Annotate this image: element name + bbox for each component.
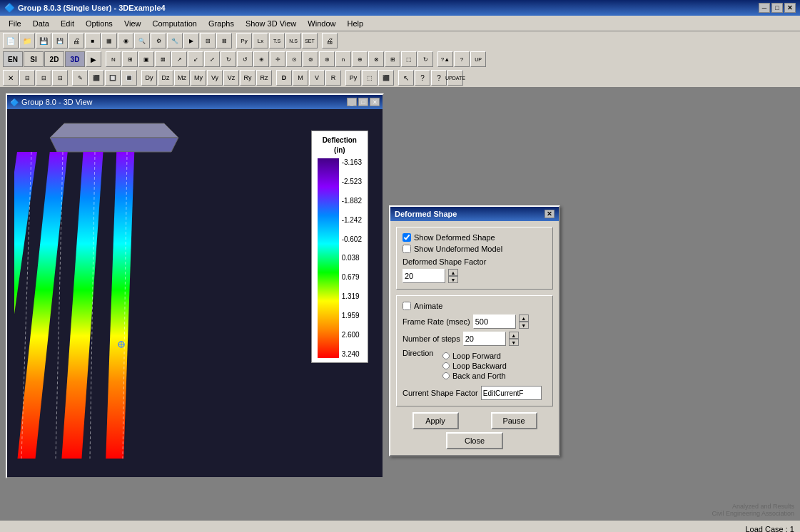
tb-btn7[interactable]: ◉ — [118, 33, 133, 48]
tb-d[interactable]: D — [276, 70, 292, 86]
tb-r15[interactable]: n — [335, 51, 351, 67]
frame-rate-up[interactable]: ▲ — [519, 314, 529, 322]
tb-play[interactable]: ▶ — [86, 51, 101, 67]
tb-l1[interactable]: ⊟ — [19, 70, 35, 86]
tb-r3[interactable]: ▣ — [138, 51, 154, 67]
tb-ld[interactable]: ⬚ — [362, 70, 378, 86]
tb-r9[interactable]: ↺ — [237, 51, 253, 67]
tb-l3[interactable]: ⊟ — [52, 70, 68, 86]
tb-3d[interactable]: 3D — [65, 51, 85, 67]
tb-l6[interactable]: 🔲 — [105, 70, 121, 86]
shape-factor-down[interactable]: ▼ — [448, 276, 458, 283]
menu-file[interactable]: File — [3, 18, 27, 29]
tb-save2[interactable]: 💾 — [52, 33, 68, 48]
apply-button[interactable]: Apply — [412, 412, 459, 429]
tb-r12[interactable]: ⊙ — [286, 51, 302, 67]
tb-r[interactable]: R — [325, 70, 341, 86]
tb-btn6[interactable]: ▦ — [101, 33, 117, 48]
frame-rate-input[interactable] — [473, 314, 516, 329]
frame-rate-down[interactable]: ▼ — [519, 322, 529, 329]
tb-help2[interactable]: ? — [431, 70, 447, 86]
tb-py[interactable]: Py — [345, 70, 361, 86]
dialog-close-button[interactable]: ✕ — [545, 210, 555, 218]
tb-r22[interactable]: ? — [454, 51, 470, 67]
minimize-button[interactable]: ─ — [759, 3, 770, 13]
tb-btn11[interactable]: ▶ — [183, 33, 199, 48]
shape-factor-up[interactable]: ▲ — [448, 269, 458, 276]
tb-btn10[interactable]: 🔧 — [167, 33, 183, 48]
tb-l7[interactable]: 🔳 — [121, 70, 137, 86]
view-max-button[interactable]: □ — [358, 98, 368, 106]
close-dialog-button[interactable]: Close — [446, 432, 503, 449]
tb-r17[interactable]: ⊗ — [368, 51, 384, 67]
num-steps-down[interactable]: ▼ — [509, 339, 519, 346]
menu-show3d[interactable]: Show 3D View — [240, 18, 302, 29]
menu-options[interactable]: Options — [80, 18, 118, 29]
tb-mz[interactable]: Mz — [174, 70, 190, 86]
tb-r7[interactable]: ⤢ — [204, 51, 220, 67]
tb-fb[interactable]: ⬛ — [378, 70, 394, 86]
tb-dy[interactable]: Dy — [141, 70, 157, 86]
menu-data[interactable]: Data — [27, 18, 55, 29]
tb-r2[interactable]: ⊞ — [122, 51, 138, 67]
loop-backward-radio[interactable] — [442, 362, 450, 369]
tb-vz[interactable]: Vz — [223, 70, 239, 86]
tb-close[interactable]: ✕ — [3, 70, 19, 86]
show-deformed-checkbox[interactable] — [402, 233, 411, 242]
tb-r13[interactable]: ⊚ — [303, 51, 318, 67]
tb-btn8[interactable]: 🔍 — [134, 33, 150, 48]
menu-window[interactable]: Window — [302, 18, 341, 29]
tb-r11[interactable]: ✛ — [270, 51, 285, 67]
tb-print[interactable]: 🖨 — [69, 33, 84, 48]
tb-r14[interactable]: ⊛ — [319, 51, 335, 67]
tb-vy[interactable]: Vy — [207, 70, 223, 86]
tb-r23[interactable]: UP — [470, 51, 486, 67]
menu-computation[interactable]: Computation — [147, 18, 203, 29]
tb-btn14[interactable]: Py — [236, 33, 252, 48]
tb-r16[interactable]: ⊕ — [352, 51, 368, 67]
tb-2d[interactable]: 2D — [44, 51, 64, 67]
loop-forward-radio[interactable] — [442, 352, 450, 359]
show-undeformed-checkbox[interactable] — [402, 245, 411, 253]
shape-factor-input[interactable] — [402, 269, 445, 283]
tb-btn17[interactable]: N.S — [285, 33, 301, 48]
tb-r6[interactable]: ↙ — [188, 51, 203, 67]
maximize-button[interactable]: □ — [771, 3, 783, 13]
view-close-button[interactable]: ✕ — [370, 98, 380, 106]
tb-btn5[interactable]: ■ — [85, 33, 101, 48]
num-steps-up[interactable]: ▲ — [509, 332, 519, 339]
tb-new[interactable]: 📄 — [3, 33, 19, 48]
tb-dz[interactable]: Dz — [158, 70, 173, 86]
tb-l4[interactable]: ✎ — [72, 70, 88, 86]
pause-button[interactable]: Pause — [491, 412, 537, 429]
tb-en[interactable]: EN — [3, 51, 23, 67]
menu-view[interactable]: View — [118, 18, 147, 29]
tb-btn12[interactable]: ⊞ — [200, 33, 216, 48]
tb-r21[interactable]: ?▲ — [437, 51, 453, 67]
back-forth-radio[interactable] — [442, 372, 450, 379]
tb-btn15[interactable]: Lx — [253, 33, 268, 48]
tb-r19[interactable]: ⬚ — [401, 51, 417, 67]
tb-r5[interactable]: ↗ — [171, 51, 187, 67]
tb-help[interactable]: ? — [415, 70, 430, 86]
tb-cursor[interactable]: ↖ — [398, 70, 414, 86]
tb-update[interactable]: UPDATE — [447, 70, 463, 86]
num-steps-input[interactable] — [463, 332, 506, 346]
tb-r18[interactable]: ⊞ — [385, 51, 400, 67]
tb-v[interactable]: V — [309, 70, 325, 86]
tb-r8[interactable]: ↻ — [221, 51, 236, 67]
tb-r20[interactable]: ↻ — [417, 51, 433, 67]
current-shape-input[interactable] — [481, 386, 542, 400]
tb-btn18[interactable]: SET — [302, 33, 318, 48]
menu-edit[interactable]: Edit — [55, 18, 80, 29]
animate-checkbox[interactable] — [402, 302, 411, 310]
view-min-button[interactable]: _ — [347, 98, 357, 106]
tb-rz[interactable]: Rz — [256, 70, 272, 86]
tb-my[interactable]: My — [191, 70, 206, 86]
tb-ry[interactable]: Ry — [240, 70, 255, 86]
tb-save[interactable]: 💾 — [36, 33, 51, 48]
tb-r1[interactable]: N — [106, 51, 121, 67]
tb-btn13[interactable]: ⊠ — [216, 33, 232, 48]
tb-btn9[interactable]: ⚙ — [151, 33, 166, 48]
tb-open[interactable]: 📁 — [19, 33, 35, 48]
